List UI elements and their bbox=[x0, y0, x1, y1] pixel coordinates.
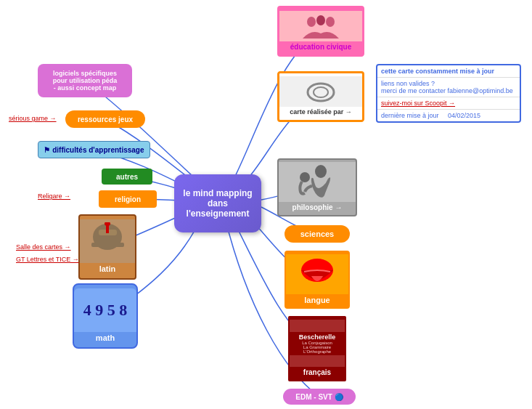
svg-point-3 bbox=[308, 84, 334, 101]
religion-node[interactable]: religion bbox=[99, 190, 157, 208]
philosophie-image bbox=[279, 162, 356, 202]
info-line3-text: merci de me contacter fabienne@optimind.… bbox=[381, 87, 513, 94]
edm-svt-label: EDM - SVT 🔵 bbox=[295, 393, 343, 401]
central-node[interactable]: le mind mapping dans l'enseignement bbox=[174, 174, 261, 232]
ressources-jeux-label: ressources jeux bbox=[78, 116, 133, 123]
info-box: cette carte constamment mise à jour lien… bbox=[376, 64, 521, 123]
edm-svt-node[interactable]: EDM - SVT 🔵 bbox=[283, 389, 356, 405]
education-civique-node[interactable]: éducation civique bbox=[277, 6, 364, 57]
langue-label: langue bbox=[303, 294, 331, 306]
svg-rect-7 bbox=[91, 243, 124, 247]
sciences-node[interactable]: sciences bbox=[285, 225, 350, 243]
latin-label: latin bbox=[98, 263, 118, 275]
math-node[interactable]: 4 9 5 8 math bbox=[73, 283, 138, 349]
svg-point-1 bbox=[316, 15, 325, 25]
francais-image: Bescherelle La Conjugaison La Grammaire … bbox=[290, 320, 345, 367]
svg-point-0 bbox=[307, 17, 316, 27]
info-line1: cette carte constamment mise à jour bbox=[377, 65, 520, 78]
education-civique-label: éducation civique bbox=[289, 41, 353, 52]
autres-node[interactable]: autres bbox=[102, 169, 152, 185]
info-date-label: dernière mise à jour bbox=[381, 112, 439, 119]
central-label: le mind mapping dans l'enseignement bbox=[179, 188, 257, 219]
francais-label: français bbox=[302, 367, 332, 378]
info-date-value: 04/02/2015 bbox=[448, 112, 480, 119]
religion-label: religion bbox=[115, 195, 141, 203]
svg-point-2 bbox=[326, 17, 335, 27]
difficultes-label: ⚑ difficultés d'apprentissage bbox=[44, 146, 144, 154]
math-image: 4 9 5 8 bbox=[74, 288, 136, 332]
latin-image bbox=[80, 219, 135, 263]
sciences-label: sciences bbox=[300, 230, 334, 238]
gt-lettres-label[interactable]: GT Lettres et TICE → bbox=[16, 256, 79, 263]
info-line2: liens non valides ? merci de me contacte… bbox=[377, 78, 520, 97]
ressources-jeux-node[interactable]: ressources jeux bbox=[65, 110, 145, 128]
latin-node[interactable]: latin bbox=[78, 214, 136, 280]
autres-label: autres bbox=[116, 173, 138, 181]
carte-realisee-image bbox=[279, 76, 362, 107]
info-line4[interactable]: suivez-moi sur Scoopit → bbox=[377, 97, 520, 110]
math-label: math bbox=[94, 332, 116, 344]
svg-point-11 bbox=[300, 172, 310, 182]
difficultes-node[interactable]: ⚑ difficultés d'apprentissage bbox=[38, 141, 150, 158]
langue-image bbox=[286, 254, 348, 294]
svg-point-4 bbox=[314, 87, 328, 97]
info-line2-text: liens non valides ? bbox=[381, 80, 435, 87]
serious-game-label[interactable]: sérious game → bbox=[9, 115, 57, 122]
salle-cartes-label[interactable]: Salle des cartes → bbox=[16, 243, 71, 251]
francais-node[interactable]: Bescherelle La Conjugaison La Grammaire … bbox=[288, 316, 346, 381]
logiciels-node[interactable]: logiciels spécifiques pour utilisation p… bbox=[38, 64, 132, 97]
info-line5: dernière mise à jour 04/02/2015 bbox=[377, 110, 520, 121]
philosophie-label: philosophie → bbox=[291, 202, 344, 213]
carte-realisee-node[interactable]: carte réalisée par → bbox=[277, 71, 364, 122]
langue-node[interactable]: langue bbox=[285, 251, 350, 309]
philosophie-node[interactable]: philosophie → bbox=[277, 158, 357, 216]
religare-label[interactable]: Religare → bbox=[38, 193, 70, 200]
logiciels-label: logiciels spécifiques pour utilisation p… bbox=[53, 70, 118, 92]
svg-point-10 bbox=[315, 165, 327, 178]
carte-realisee-label: carte réalisée par → bbox=[288, 107, 353, 117]
education-civique-image bbox=[279, 11, 362, 41]
